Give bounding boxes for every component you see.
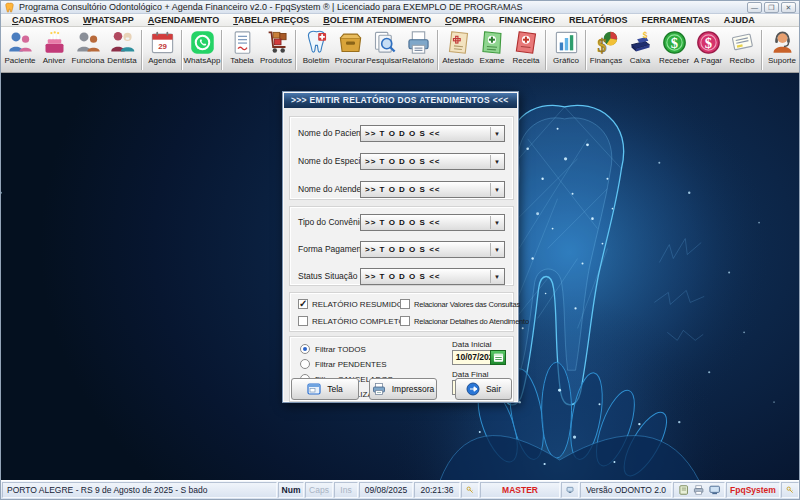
close-button[interactable]: ✕ [781, 2, 796, 13]
status-tools [673, 482, 725, 498]
toolbar-recibo[interactable]: Recibo [725, 28, 759, 72]
toolbar-grafico[interactable]: Gráfico [549, 28, 583, 72]
toolbar-caixa[interactable]: $ Caixa [623, 28, 657, 72]
insurance-type-value: >> T O D O S << [361, 218, 490, 227]
products-cart-icon [263, 29, 290, 56]
checkbox-relacionar-valores[interactable]: Relacionar Valores das Consultas [400, 299, 520, 309]
checkbox-relatorio-completo[interactable]: RELATÓRIO COMPLETO [298, 316, 405, 326]
sair-button[interactable]: Sair [455, 378, 512, 400]
radio-unselected-icon [300, 359, 310, 369]
toolbar-label: Procurar [335, 56, 366, 65]
checkbox-relacionar-detalhes[interactable]: Relacionar Detalhes do Atendimento [400, 316, 529, 326]
radio-filtrar-pendentes[interactable]: Filtrar PENDENTES [300, 359, 387, 369]
receive-coin-icon: $ [661, 29, 688, 56]
menu-ajuda[interactable]: AJUDA [717, 15, 762, 25]
toolbar-agenda[interactable]: 29 Agenda [145, 28, 179, 72]
toolbar-dentista[interactable]: Dentista [105, 28, 139, 72]
attendant-name-select[interactable]: >> T O D O S << ▼ [360, 181, 505, 198]
dialog-title-bar[interactable]: >>> EMITIR RELATÓRIO DOS ATENDIMENTOS <<… [284, 93, 517, 108]
window-title: Programa Consultório Odontológico + Agen… [19, 2, 747, 12]
menu-boletim-atendimento[interactable]: BOLETIM ATENDIMENTO [316, 15, 438, 25]
cash-register-icon: $ [627, 29, 654, 56]
toolbar-receita[interactable]: Receita [509, 28, 543, 72]
title-bar: Programa Consultório Odontológico + Agen… [1, 1, 799, 14]
status-user: MASTER [480, 482, 560, 498]
toolbar-financas[interactable]: $ Finanças [589, 28, 623, 72]
specialist-name-select[interactable]: >> T O D O S << ▼ [360, 153, 505, 170]
start-date-label: Data Inicial [452, 340, 492, 349]
status-version: Versão ODONTO 2.0 [580, 482, 672, 498]
status-location: PORTO ALEGRE - RS 9 de Agosto de 2025 - … [2, 482, 277, 498]
toolbar-label: Caixa [630, 56, 650, 65]
minimize-button[interactable]: — [747, 2, 762, 13]
toolbar-aniver[interactable]: Aniver [37, 28, 71, 72]
toolbar-label: Relatório [402, 56, 434, 65]
tela-button[interactable]: Tela [291, 378, 359, 400]
toolbar-whatsapp[interactable]: WhatsApp [185, 28, 219, 72]
insurance-type-select[interactable]: >> T O D O S << ▼ [360, 214, 505, 231]
status-ins: Ins [334, 482, 358, 498]
calendar-icon [493, 352, 504, 363]
status-date: 09/08/2025 [359, 482, 413, 498]
menu-agendamento[interactable]: AGENDAMENTO [141, 15, 226, 25]
chevron-down-icon: ▼ [490, 270, 503, 283]
status-label: Status Situação [298, 271, 358, 281]
search-drawer-icon [337, 29, 364, 56]
report-type-group: RELATÓRIO RESUMIDO RELATÓRIO COMPLETO Re… [289, 292, 514, 332]
finances-icon: $ [593, 29, 620, 56]
toolbar-relatorio[interactable]: Relatório [401, 28, 435, 72]
start-date-calendar-button[interactable] [490, 350, 506, 365]
toolbar-exame[interactable]: Exame [475, 28, 509, 72]
svg-text:29: 29 [158, 42, 167, 51]
filters-group: Tipo do Convênio >> T O D O S << ▼ Forma… [289, 206, 514, 286]
patient-name-select[interactable]: >> T O D O S << ▼ [360, 125, 505, 142]
checkbox-relatorio-resumido[interactable]: RELATÓRIO RESUMIDO [298, 299, 403, 309]
toolbar-produtos[interactable]: Produtos [259, 28, 293, 72]
menu-whatsapp[interactable]: WHATSAPP [76, 15, 141, 25]
toolbar-label: Suporte [768, 56, 796, 65]
menu-financeiro[interactable]: FINANCEIRO [492, 15, 562, 25]
report-printer-icon [405, 29, 432, 56]
status-time: 20:21:36 [414, 482, 460, 498]
toolbar-label: Produtos [260, 56, 292, 65]
menu-cadastros[interactable]: CADASTROS [5, 15, 76, 25]
key-icon [461, 482, 479, 498]
toolbar-a-pagar[interactable]: $ A Pagar [691, 28, 725, 72]
toolbar-receber[interactable]: $ Receber [657, 28, 691, 72]
attendant-name-value: >> T O D O S << [361, 185, 490, 194]
radio-selected-icon [300, 344, 310, 354]
payment-method-select[interactable]: >> T O D O S << ▼ [360, 241, 505, 258]
toolbar-label: Receita [512, 56, 539, 65]
toolbar-label: Exame [480, 56, 505, 65]
printer-icon [372, 382, 386, 396]
menu-ferramentas[interactable]: FERRAMENTAS [634, 15, 716, 25]
chevron-down-icon: ▼ [490, 155, 503, 168]
status-value: >> T O D O S << [361, 272, 490, 281]
toolbar-atestado[interactable]: Atestado [441, 28, 475, 72]
status-select[interactable]: >> T O D O S << ▼ [360, 268, 505, 285]
radio-filtrar-todos[interactable]: Filtrar TODOS [300, 344, 366, 354]
toolbar-suporte[interactable]: Suporte [765, 28, 799, 72]
toolbar-boletim[interactable]: Boletim [299, 28, 333, 72]
toolbar-label: Pesquisar [366, 56, 402, 65]
toolbar-separator [545, 30, 547, 70]
menu-relatorios[interactable]: RELATÓRIOS [562, 15, 634, 25]
restore-button[interactable]: ❐ [764, 2, 779, 13]
toolbar-separator [585, 30, 587, 70]
toolbar-funciona[interactable]: Funciona [71, 28, 105, 72]
receipt-icon [729, 29, 756, 56]
notebook-icon [678, 484, 689, 496]
menu-tabela-precos[interactable]: TABELA PREÇOS [226, 15, 316, 25]
toolbar-procurar[interactable]: Procurar [333, 28, 367, 72]
toolbar-label: Gráfico [553, 56, 579, 65]
computer-icon [561, 482, 579, 498]
payment-method-label: Forma Pagamento [298, 244, 368, 254]
impressora-button[interactable]: Impressora [369, 378, 437, 400]
toolbar-pesquisar[interactable]: Pesquisar [367, 28, 401, 72]
toolbar-label: Agenda [148, 56, 176, 65]
toolbar-paciente[interactable]: Paciente [3, 28, 37, 72]
menu-compra[interactable]: COMPRA [438, 15, 492, 25]
status-brand: FpqSystem [726, 482, 780, 498]
toolbar-tabela[interactable]: Tabela [225, 28, 259, 72]
patients-icon [7, 29, 34, 56]
